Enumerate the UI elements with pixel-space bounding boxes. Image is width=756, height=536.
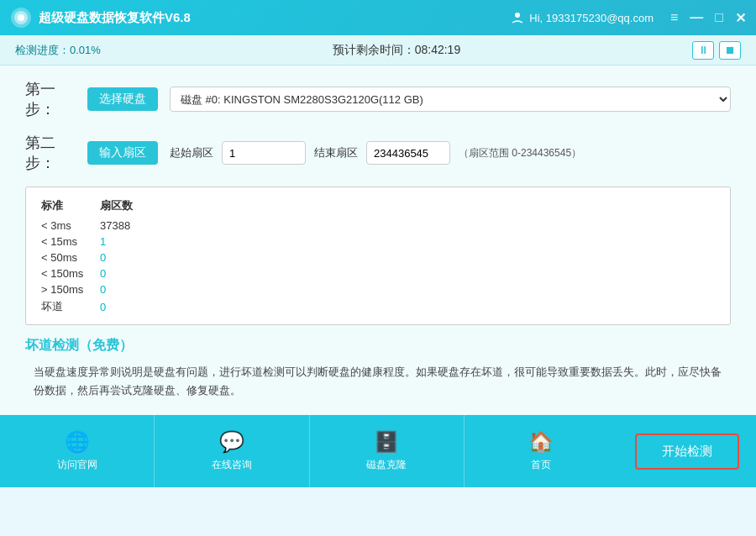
col-count: 扇区数 — [97, 196, 166, 218]
close-button[interactable]: ✕ — [735, 10, 746, 26]
minimize-button[interactable]: — — [690, 10, 703, 25]
select-disk-button[interactable]: 选择硬盘 — [87, 87, 158, 111]
main-content: 第一步： 选择硬盘 磁盘 #0: KINGSTON SM2280S3G2120G… — [0, 66, 756, 415]
bad-sector-section: 坏道检测（免费） 当硬盘速度异常则说明是硬盘有问题，进行坏道检测可以判断硬盘的健… — [25, 337, 731, 407]
table-row: < 3ms37388 — [38, 218, 166, 234]
standard-cell: < 3ms — [38, 218, 97, 234]
col-standard: 标准 — [38, 196, 97, 218]
count-cell: 37388 — [97, 218, 166, 234]
count-cell: 0 — [97, 281, 166, 297]
start-detection-button[interactable]: 开始检测 — [635, 434, 739, 470]
step1-label: 第一步： — [25, 79, 76, 119]
step2-row: 第二步： 输入扇区 起始扇区 结束扇区 （扇区范围 0-234436545） — [25, 133, 731, 173]
table-row: < 150ms0 — [38, 265, 166, 281]
svg-point-2 — [18, 14, 24, 21]
stop-button[interactable]: ⏹ — [719, 41, 741, 60]
disk-select[interactable]: 磁盘 #0: KINGSTON SM2280S3G2120G(112 GB) — [170, 87, 731, 112]
nav-item-1[interactable]: 💬在线咨询 — [155, 415, 309, 487]
user-info: Hi, 1933175230@qq.com — [511, 11, 654, 24]
window-controls: ≡ — □ ✕ — [670, 10, 746, 26]
start-btn-wrapper: 开始检测 — [618, 434, 756, 470]
table-row: < 15ms1 — [38, 234, 166, 250]
standard-cell: 坏道 — [38, 297, 97, 316]
table-row: < 50ms0 — [38, 250, 166, 265]
nav-label-2: 磁盘克隆 — [366, 458, 407, 472]
sector-table-area: 标准 扇区数 < 3ms37388< 15ms1< 50ms0< 150ms0>… — [25, 187, 731, 325]
step1-row: 第一步： 选择硬盘 磁盘 #0: KINGSTON SM2280S3G2120G… — [25, 79, 731, 119]
bad-sector-description: 当硬盘速度异常则说明是硬盘有问题，进行坏道检测可以判断硬盘的健康程度。如果硬盘存… — [25, 363, 731, 400]
sector-table: 标准 扇区数 < 3ms37388< 15ms1< 50ms0< 150ms0>… — [38, 196, 166, 316]
app-logo — [10, 7, 32, 29]
progress-area: 检测进度：0.01% 预计剩余时间：08:42:19 ⏸ ⏹ — [0, 35, 756, 66]
nav-item-3[interactable]: 🏠首页 — [465, 415, 618, 487]
bottom-nav: 🌐访问官网💬在线咨询🗄️磁盘克隆🏠首页 开始检测 — [0, 415, 756, 487]
pause-button[interactable]: ⏸ — [692, 41, 714, 60]
standard-cell: < 150ms — [38, 265, 97, 281]
table-row: 坏道0 — [38, 297, 166, 316]
count-cell: 0 — [97, 297, 166, 316]
nav-label-3: 首页 — [531, 458, 551, 472]
input-sector-button[interactable]: 输入扇区 — [87, 141, 158, 165]
step2-label: 第二步： — [25, 133, 76, 173]
count-cell: 0 — [97, 265, 166, 281]
table-row: > 150ms0 — [38, 281, 166, 297]
app-title: 超级硬盘数据恢复软件V6.8 — [39, 10, 511, 26]
standard-cell: > 150ms — [38, 281, 97, 297]
nav-items: 🌐访问官网💬在线咨询🗄️磁盘克隆🏠首页 — [0, 415, 618, 487]
end-sector-input[interactable] — [366, 141, 450, 165]
maximize-button[interactable]: □ — [715, 10, 723, 25]
start-sector-input[interactable] — [222, 141, 306, 165]
count-cell: 0 — [97, 250, 166, 265]
nav-label-0: 访问官网 — [57, 458, 97, 472]
standard-cell: < 15ms — [38, 234, 97, 250]
bad-sector-title: 坏道检测（免费） — [25, 337, 731, 355]
nav-item-0[interactable]: 🌐访问官网 — [0, 415, 155, 487]
title-bar: 超级硬盘数据恢复软件V6.8 Hi, 1933175230@qq.com ≡ —… — [0, 0, 756, 35]
svg-point-3 — [515, 13, 520, 18]
nav-label-1: 在线咨询 — [212, 458, 252, 472]
nav-icon-3: 🏠 — [528, 430, 554, 454]
count-cell: 1 — [97, 234, 166, 250]
nav-icon-1: 💬 — [219, 430, 244, 454]
sector-range-note: （扇区范围 0-234436545） — [459, 146, 581, 160]
standard-cell: < 50ms — [38, 250, 97, 265]
menu-icon[interactable]: ≡ — [670, 10, 678, 25]
progress-text: 检测进度：0.01% — [15, 43, 101, 58]
progress-controls: ⏸ ⏹ — [692, 41, 741, 60]
time-remaining: 预计剩余时间：08:42:19 — [333, 43, 461, 58]
user-icon — [511, 11, 524, 24]
sector-group: 起始扇区 结束扇区 （扇区范围 0-234436545） — [170, 141, 731, 165]
nav-icon-2: 🗄️ — [374, 430, 399, 454]
nav-item-2[interactable]: 🗄️磁盘克隆 — [310, 415, 465, 487]
nav-icon-0: 🌐 — [65, 430, 90, 454]
